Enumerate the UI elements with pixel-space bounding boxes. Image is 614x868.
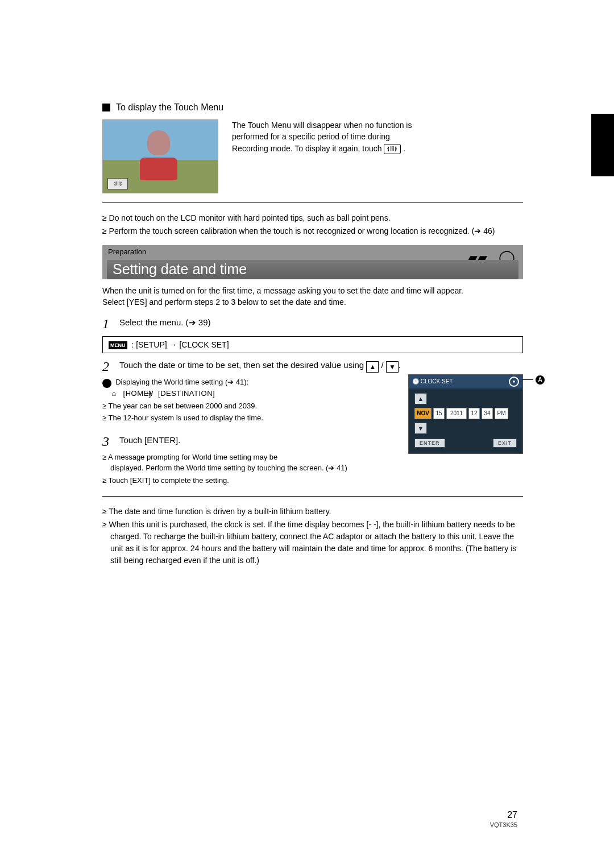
chapter-breadcrumb: Preparation [108,247,146,256]
bullet-item: ≥ The 12-hour system is used to display … [102,412,397,424]
touch-tab-icon: ⦉Ⅲ⦊ [384,144,401,154]
touch-menu-row: ⦉Ⅲ⦊ The Touch Menu will disappear when n… [102,119,523,193]
step-number: 1 [102,316,117,332]
footnote-item: ≥ The date and time function is driven b… [102,506,523,518]
down-arrow-button-icon: ▼ [386,361,399,373]
hour-cell[interactable]: 12 [468,408,480,419]
clock-set-illustration: 🕐 CLOCK SET ● ▲ NOV 15 2011 12 34 PM ▼ [408,374,523,454]
down-button[interactable]: ▼ [414,423,427,434]
warning-list: ≥ Do not touch on the LCD monitor with h… [102,212,523,237]
clock-header: 🕐 CLOCK SET ● [409,375,522,388]
minute-cell[interactable]: 34 [482,408,493,419]
step-text: Select the menu. (➔ 39) [119,316,523,328]
intro-text: When the unit is turned on for the first… [102,285,523,308]
step-2-bullets: A Displaying the World time setting (➔ 4… [102,374,397,487]
touch-menu-description: The Touch Menu will disappear when no fu… [232,119,523,154]
ampm-cell[interactable]: PM [495,408,508,419]
step-text: Touch the date or time to be set, then s… [119,359,523,373]
page-number: 27 [490,810,517,820]
bullet-item: ≥ The year can be set between 2000 and 2… [102,400,397,412]
arrow-icon: ➔ [328,464,334,472]
section-heading: To display the Touch Menu [102,102,523,113]
step-text: Touch [ENTER]. [119,434,397,446]
month-cell[interactable]: NOV [414,408,432,419]
callout-a-icon: A [102,379,111,388]
menu-path-box: MENU : [SETUP] → [CLOCK SET] [102,336,523,353]
bullet-item: ≥ Touch [EXIT] to complete the setting. [102,475,397,486]
divider [102,496,523,497]
page-footer: 27 VQT3K35 [490,810,517,828]
step-1: 1 Select the menu. (➔ 39) [102,316,523,332]
warning-item: ≥ Perform the touch screen calibration w… [102,225,523,237]
up-arrow-button-icon: ▲ [366,361,379,373]
step-number: 2 [102,359,117,374]
divider [102,202,523,203]
footnote-item: ≥ When this unit is purchased, the clock… [102,519,523,567]
record-dot-icon: ● [509,377,519,387]
date-row: NOV 15 2011 12 34 PM [414,408,517,419]
section-title: To display the Touch Menu [116,102,223,113]
warning-item: ≥ Do not touch on the LCD monitor with h… [102,212,523,224]
photo-subject [136,130,181,181]
menu-chip: MENU [109,341,127,349]
footnotes: ≥ The date and time function is driven b… [102,506,523,567]
step-2-detail: A Displaying the World time setting (➔ 4… [102,374,523,487]
up-button[interactable]: ▲ [414,393,427,404]
step-2: 2 Touch the date or time to be set, then… [102,359,523,374]
step-3: 3 Touch [ENTER]. [102,434,397,449]
square-bullet-icon [102,104,110,111]
menu-path: : [SETUP] → [CLOCK SET] [130,340,229,349]
callout-a: A [522,375,545,385]
touch-menu-icon: ⦉Ⅲ⦊ [107,178,128,189]
bullet-item: A Displaying the World time setting (➔ 4… [102,377,397,399]
callout-a-icon: A [536,375,545,385]
enter-button[interactable]: ENTER [414,439,445,448]
manual-page: To display the Touch Menu ⦉Ⅲ⦊ The Touch … [0,0,614,868]
day-cell[interactable]: 15 [433,408,445,419]
chapter-bar: Preparation ▰▰ ◯ Setting date and time [102,245,523,279]
chapter-title: Setting date and time [107,260,518,279]
doc-code: VQT3K35 [490,821,517,828]
step-3-bullets: ≥ A message prompting for World time set… [102,452,397,486]
arrow-icon: ➔ [227,378,234,386]
screenshot-thumbnail: ⦉Ⅲ⦊ [102,119,218,193]
arrow-icon: ➔ [189,317,196,327]
exit-button[interactable]: EXIT [493,439,517,448]
bullet-item: ≥ A message prompting for World time set… [102,452,397,474]
arrow-icon: ➔ [474,226,481,235]
year-cell[interactable]: 2011 [446,408,467,419]
side-tab [591,114,614,176]
step-number: 3 [102,434,117,449]
